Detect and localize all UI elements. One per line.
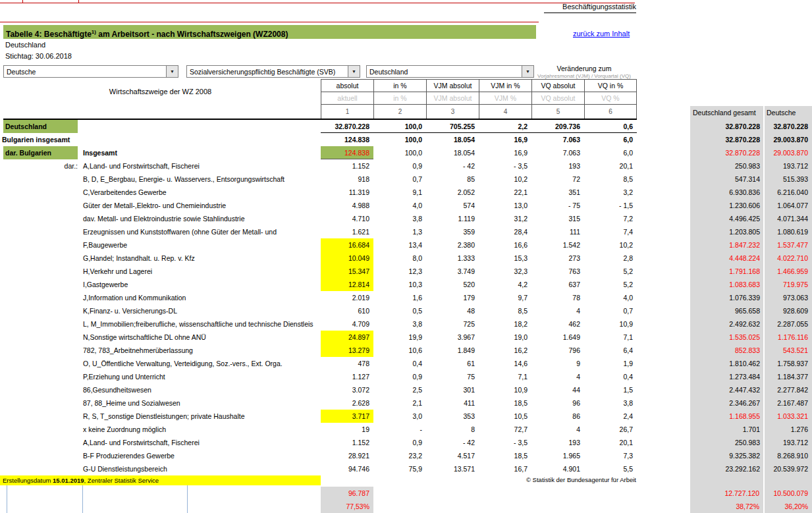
row-side-label: [0, 344, 82, 357]
cell-in-percent: -: [373, 423, 426, 436]
cell-vq-percent: 6,0: [584, 146, 637, 159]
cell-vjm-absolut: 353: [426, 410, 479, 423]
gridline: [7, 485, 7, 513]
row-label: B, D, E_Bergbau, Energie- u. Wasservers.…: [82, 173, 321, 186]
cell-deutsche: 2.277.842: [764, 383, 812, 396]
cell-vjm-absolut: 8: [426, 423, 479, 436]
cell-vq-percent: 8,5: [584, 173, 637, 186]
spacer: [637, 344, 690, 357]
back-to-contents-link[interactable]: zurück zum Inhalt: [573, 30, 630, 38]
row-side-label: [0, 383, 82, 396]
table-title: Tabelle 4: Beschäftigte1) am Arbeitsort …: [3, 25, 536, 39]
row-label: Insgesamt: [82, 146, 321, 159]
cell-in-percent: 0,9: [373, 436, 426, 449]
col-header-vq-percent: VQ in %: [584, 79, 637, 92]
cell-vjm-absolut: 411: [426, 396, 479, 410]
row-label: R, S, T_sonstige Dienstleistungen; priva…: [82, 410, 321, 423]
cell-vjm-percent: 31,2: [479, 212, 531, 225]
row-side-label: [0, 291, 82, 304]
cell-vjm-absolut: 1.119: [426, 212, 479, 225]
row-label: Erzeugnissen und Kunststoffwaren (ohne G…: [82, 225, 321, 238]
row-label: L, M_Immobilien;freiberufliche, wissensc…: [82, 317, 321, 331]
row-label: 86,Gesundheitswesen: [82, 383, 321, 396]
col-number-6: 6: [584, 104, 637, 119]
footer-created-date: 15.01.2019: [53, 477, 84, 484]
cell-deutsche: 2.287.055: [764, 317, 812, 331]
cell-vq-absolut: 796: [531, 344, 584, 357]
cell-vjm-percent: 13,0: [479, 199, 531, 212]
table-row: dav. Metall- und Elektroindustrie sowie …: [0, 212, 812, 225]
dropdown-arrow-icon[interactable]: ▼: [166, 66, 178, 77]
cell-in-percent: 3,8: [373, 317, 426, 331]
cell-vq-percent: 7,2: [584, 212, 637, 225]
cell-vq-percent: 7,1: [584, 331, 637, 344]
cell-in-percent: 8,0: [373, 252, 426, 265]
row-label: A,Land- und Forstwirtschaft, Fischerei: [82, 159, 321, 173]
summary-pct-gesamt: 38,72%: [690, 500, 763, 513]
cell-deutsche: 8.268.910: [764, 449, 812, 462]
cell-deutsche: 1.080.619: [764, 225, 812, 238]
cell-vjm-percent: 16,7: [479, 462, 531, 475]
cell-deutsche: 1.276: [764, 423, 812, 436]
cell-deutsche: 515.393: [764, 173, 812, 186]
row-side-label: [0, 449, 82, 462]
row-label: A,Land- und Forstwirtschaft, Fischerei: [82, 436, 321, 449]
row-side-label: dar.:: [0, 159, 82, 173]
col-number-4: 4: [479, 104, 531, 119]
table-row: G-U Dienstleistungsbereich 94.746 75,9 1…: [0, 462, 812, 475]
table-row: Erzeugnissen und Kunststoffwaren (ohne G…: [0, 225, 812, 238]
cell-deutschland-gesamt: 6.930.836: [690, 186, 764, 199]
cell-vjm-absolut: 2.380: [426, 238, 479, 252]
cell-vjm-percent: 10,2: [479, 173, 531, 186]
cell-in-percent: 1,3: [373, 225, 426, 238]
table-row: G,Handel; Instandhalt. u. Rep. v. Kfz 10…: [0, 252, 812, 265]
measure-dropdown[interactable]: Sozialversicherungspflichtig Beschäftigt…: [186, 65, 360, 78]
table-row: dar. Bulgarien Insgesamt 124.838 100,0 1…: [0, 146, 812, 159]
region-dropdown[interactable]: Deutschland ▼: [366, 65, 534, 78]
cell-deutsche: 1.184.377: [764, 370, 812, 383]
spacer: [637, 396, 690, 410]
table-row: x keine Zuordnung möglich 19 - 8 72,7 4 …: [0, 423, 812, 436]
summary-absolut: 96.787: [321, 487, 373, 500]
row-side-label: [0, 396, 82, 410]
table-row: L, M_Immobilien;freiberufliche, wissensc…: [0, 317, 812, 331]
cell-deutsche: 1.537.477: [764, 238, 812, 252]
cell-vq-absolut: 1.649: [531, 331, 584, 344]
row-label: x keine Zuordnung möglich: [82, 423, 321, 436]
cell-deutschland-gesamt: 4.496.425: [690, 212, 764, 225]
cell-deutschland-gesamt: 32.870.228: [690, 133, 764, 146]
cell-vq-absolut: 111: [531, 225, 584, 238]
cell-vq-absolut: 86: [531, 410, 584, 423]
spacer: [637, 265, 690, 278]
cell-vq-absolut: 1.542: [531, 238, 584, 252]
col-header-vjm-percent: VJM in %: [479, 79, 531, 92]
col-subheader-vq-absolut: VQ absolut: [531, 92, 584, 104]
dropdown-arrow-icon[interactable]: ▼: [348, 66, 360, 77]
table-row: I,Gastgewerbe 12.814 10,3 520 4,2 637 5,…: [0, 278, 812, 291]
cell-vq-absolut: 193: [531, 159, 584, 173]
table-row: 86,Gesundheitswesen 3.072 2,5 301 10,9 4…: [0, 383, 812, 396]
cell-vjm-absolut: 2.052: [426, 186, 479, 199]
col-header-absolut: absolut: [321, 79, 373, 92]
spacer: [637, 423, 690, 436]
cell-absolut: 15.347: [321, 265, 373, 278]
cell-vq-absolut: 72: [531, 173, 584, 186]
row-side-label: [0, 357, 82, 370]
cell-deutschland-gesamt: 547.314: [690, 173, 764, 186]
cell-vq-percent: 10,9: [584, 317, 637, 331]
nationality-dropdown[interactable]: Deutsche ▼: [3, 65, 178, 78]
cell-vq-absolut: 44: [531, 383, 584, 396]
cell-vq-percent: - 1,5: [584, 199, 637, 212]
cell-in-percent: 0,7: [373, 173, 426, 186]
row-side-label: [0, 225, 82, 238]
cell-vq-absolut: 273: [531, 252, 584, 265]
table-title-footnote-marker: 1): [92, 29, 96, 35]
cell-vjm-percent: 18,5: [479, 449, 531, 462]
cell-deutschland-gesamt: 2.447.432: [690, 383, 764, 396]
cell-vjm-percent: 18,5: [479, 396, 531, 410]
cell-vjm-percent: 18,2: [479, 317, 531, 331]
cell-absolut: 124.838: [321, 133, 373, 146]
col-subheader-aktuell: aktuell: [321, 92, 373, 104]
cell-vjm-absolut: 3.967: [426, 331, 479, 344]
spacer: [637, 370, 690, 383]
